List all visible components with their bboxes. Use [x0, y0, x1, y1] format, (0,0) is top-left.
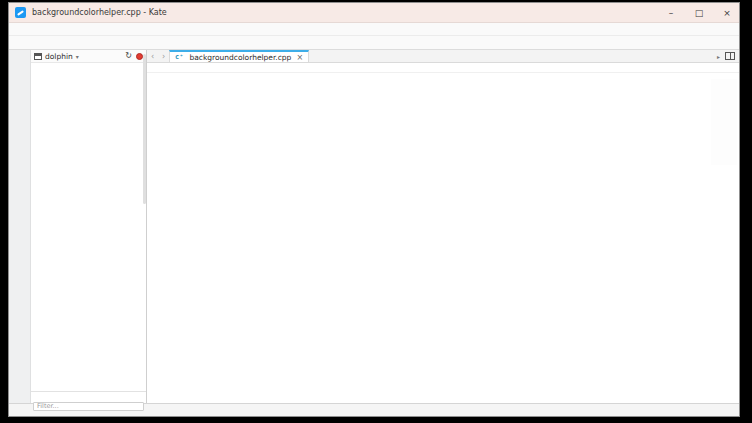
window-controls: – □ × — [665, 8, 733, 18]
tree-scrollbar[interactable] — [143, 54, 146, 204]
file-tree — [31, 63, 146, 391]
nav-back-icon[interactable]: ‹ — [147, 50, 158, 62]
nav-forward-icon[interactable]: › — [158, 50, 169, 62]
refresh-project-icon[interactable]: ↻ — [125, 52, 132, 60]
left-toolview-strip — [9, 50, 31, 403]
more-tabs-icon[interactable]: ▸ — [717, 53, 720, 60]
kate-app-icon — [15, 7, 26, 18]
close-button[interactable]: × — [721, 8, 733, 18]
cpp-file-icon: c⁺ — [175, 53, 183, 61]
editor-column: ‹ › c⁺ backgroundcolorhelper.cpp × ▸ — [147, 50, 739, 403]
project-sidebar: dolphin ▾ ↻ — [31, 50, 147, 403]
tab-backgroundcolorhelper[interactable]: c⁺ backgroundcolorhelper.cpp × — [169, 50, 309, 62]
filter-box — [31, 391, 146, 403]
tabbar: ‹ › c⁺ backgroundcolorhelper.cpp × ▸ — [147, 50, 739, 63]
red-badge-icon[interactable] — [136, 53, 143, 60]
breadcrumb — [147, 63, 739, 73]
screen: backgroundcolorhelper.cpp - Kate – □ × d… — [0, 0, 752, 423]
project-selector[interactable]: dolphin — [45, 52, 73, 61]
minimize-button[interactable]: – — [665, 8, 677, 18]
chevron-down-icon[interactable]: ▾ — [76, 53, 79, 60]
tab-label: backgroundcolorhelper.cpp — [189, 53, 291, 62]
minimap-scrollbar[interactable] — [711, 79, 737, 165]
code-editor[interactable] — [147, 73, 739, 403]
menubar — [9, 23, 739, 36]
split-view-icon[interactable] — [725, 52, 735, 60]
project-header: dolphin ▾ ↻ — [31, 50, 146, 63]
filter-input[interactable] — [33, 402, 144, 411]
maximize-button[interactable]: □ — [693, 8, 705, 18]
main-area: dolphin ▾ ↻ ‹ › c⁺ — [9, 50, 739, 403]
window-title: backgroundcolorhelper.cpp - Kate — [32, 8, 167, 17]
toolbar — [9, 36, 739, 50]
tab-close-icon[interactable]: × — [296, 53, 303, 62]
code-area — [147, 73, 739, 403]
project-icon — [34, 53, 42, 60]
kate-window: backgroundcolorhelper.cpp - Kate – □ × d… — [8, 2, 740, 417]
titlebar[interactable]: backgroundcolorhelper.cpp - Kate – □ × — [9, 3, 739, 23]
